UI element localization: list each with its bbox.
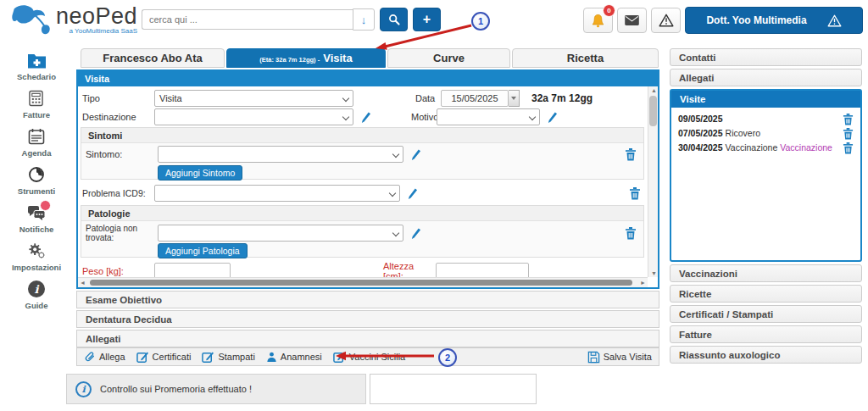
horizontal-scrollbar[interactable]: ◄ ► [78, 277, 648, 287]
sidebar-item-schedario[interactable]: Schedario [17, 51, 56, 81]
vaccini-sicilia-button[interactable]: Vaccini Sicilia [333, 351, 405, 364]
patologia-select[interactable] [158, 225, 403, 242]
scroll-down-icon[interactable]: ▼ [651, 270, 657, 276]
trash-icon[interactable] [629, 186, 641, 200]
visita-list-item[interactable]: 30/04/2025 Vaccinazione Vaccinazione [678, 142, 855, 154]
edit-pencil-icon[interactable] [410, 148, 421, 161]
edit-square-icon [136, 351, 149, 364]
accordion-ricette[interactable]: Ricette [670, 285, 862, 303]
data-input[interactable] [441, 90, 509, 107]
vertical-scroll-thumb[interactable] [649, 96, 657, 126]
user-account-button[interactable]: Dott. Yoo Multimedia [685, 7, 863, 34]
accordion-riassunto-auxologico[interactable]: Riassunto auxologico [670, 346, 862, 364]
visita-text: Ricovero [726, 127, 760, 139]
sidebar-item-impostazioni[interactable]: Impostazioni [12, 242, 61, 272]
row-tipo-data: Tipo Visita Data 32a 7m 12gg [78, 90, 646, 107]
destinazione-select[interactable] [154, 108, 353, 125]
sintomo-select[interactable] [158, 146, 403, 163]
vertical-scrollbar[interactable]: ▲ ▼ [648, 86, 658, 277]
visita-panel-header: Visita [78, 71, 658, 86]
accordion-certificati-stampati[interactable]: Certificati / Stampati [670, 305, 862, 323]
accordion-fatture[interactable]: Fatture [670, 325, 862, 343]
chevron-down-icon [392, 151, 399, 158]
tab-patient-name[interactable]: Francesco Abo Ata [81, 48, 225, 68]
accordion-label: Dentatura Decidua [86, 314, 172, 325]
visita-form: Tipo Visita Data 32a 7m 12gg Destinazion… [78, 86, 658, 287]
anamnesi-button[interactable]: Anamnesi [266, 352, 322, 363]
motivo-select[interactable] [437, 108, 540, 125]
accordion-dentatura-decidua[interactable]: Dentatura Decidua [76, 310, 659, 328]
stork-logo-icon [10, 3, 54, 41]
certificati-button[interactable]: Certificati [136, 351, 192, 364]
tab-visita[interactable]: (Età: 32a 7m 12gg) - Visita [226, 48, 386, 68]
trash-icon[interactable] [625, 147, 637, 161]
sintomo-label: Sintomo: [86, 149, 158, 159]
chevron-down-icon [529, 114, 536, 120]
horizontal-scroll-thumb[interactable] [90, 280, 632, 286]
search-input[interactable] [142, 9, 353, 30]
scroll-left-icon[interactable]: ◄ [80, 280, 86, 286]
tab-ricetta[interactable]: Ricetta [512, 48, 659, 68]
visita-tag[interactable]: Vaccinazione [780, 142, 832, 153]
sidebar-label: Agenda [22, 148, 52, 158]
tipo-label: Tipo [82, 93, 154, 103]
notifications-bell-button[interactable]: 0 [583, 8, 613, 33]
tipo-select[interactable]: Visita [154, 90, 353, 107]
visita-list-item[interactable]: 07/05/2025 Ricovero [678, 127, 855, 140]
trash-icon[interactable] [843, 113, 854, 125]
edit-square-icon [333, 351, 346, 364]
edit-pencil-icon[interactable] [410, 227, 421, 240]
messages-button[interactable] [617, 8, 647, 33]
trash-icon[interactable] [843, 127, 854, 140]
sidebar-item-guide[interactable]: i Guide [25, 280, 48, 310]
problema-icd9-select[interactable] [154, 185, 400, 202]
sidebar-item-agenda[interactable]: Agenda [22, 127, 52, 158]
edit-pencil-icon[interactable] [547, 111, 558, 124]
search-button[interactable] [380, 8, 408, 31]
info-circle-icon: i [75, 381, 92, 397]
search-dropdown-button[interactable]: ↓ [353, 8, 375, 31]
tab-curve[interactable]: Curve [387, 48, 510, 68]
sidebar-item-strumenti[interactable]: Strumenti [18, 165, 55, 196]
aggiungi-sintomo-button[interactable]: Aggiungi Sintomo [158, 165, 242, 181]
alerts-button[interactable] [651, 8, 681, 33]
sidebar-label: Schedario [17, 72, 56, 81]
sidebar-item-fatture[interactable]: Fatture [23, 89, 50, 119]
scroll-right-icon[interactable]: ► [640, 280, 646, 286]
edit-pencil-icon[interactable] [360, 111, 371, 124]
edit-pencil-icon[interactable] [407, 187, 418, 200]
accordion-esame-obiettivo[interactable]: Esame Obiettivo [76, 291, 659, 308]
sintomi-group: Sintomi Sintomo: Aggiungi Sintomo [81, 127, 644, 180]
add-button[interactable]: + [413, 8, 441, 31]
visite-header[interactable]: Visite [671, 91, 860, 108]
stampati-button[interactable]: Stampati [202, 351, 254, 364]
accordion-label: Riassunto auxologico [679, 350, 781, 360]
accordion-allegati-right[interactable]: Allegati [670, 69, 862, 86]
chevron-down-icon [342, 114, 349, 120]
problema-icd9-label: Problema ICD9: [82, 188, 154, 198]
trash-icon[interactable] [625, 226, 637, 240]
data-label: Data [415, 93, 441, 103]
accordion-contatti[interactable]: Contatti [670, 48, 862, 66]
calendar-icon [28, 127, 45, 146]
tools-wheel-icon [28, 165, 45, 184]
accordion-vaccinazioni[interactable]: Vaccinazioni [670, 264, 862, 282]
trash-icon[interactable] [843, 142, 854, 154]
date-dropdown-button[interactable] [509, 90, 520, 107]
tool-label: Anamnesi [281, 352, 322, 362]
aggiungi-patologia-button[interactable]: Aggiungi Patologia [158, 243, 248, 258]
row-destinazione-motivo: Destinazione Motivo [78, 108, 646, 125]
scroll-up-icon[interactable]: ▲ [651, 87, 657, 93]
row-problema-icd9: Problema ICD9: [78, 185, 646, 202]
notifiche-badge [40, 200, 51, 211]
user-warning-icon [827, 14, 842, 27]
patologia-label: Patologia non trovata: [86, 224, 158, 242]
tool-label: Salva Visita [604, 352, 652, 362]
allega-button[interactable]: Allega [84, 351, 125, 364]
visita-list-item[interactable]: 09/05/2025 [678, 113, 855, 125]
brand-logo[interactable]: neoPed a YooMultimedia SaaS [10, 3, 137, 41]
chat-bubbles-icon [27, 203, 46, 222]
sidebar-item-notifiche[interactable]: Notifiche [19, 203, 54, 234]
accordion-allegati[interactable]: Allegati [76, 330, 659, 347]
salva-visita-button[interactable]: Salva Visita [587, 351, 652, 364]
